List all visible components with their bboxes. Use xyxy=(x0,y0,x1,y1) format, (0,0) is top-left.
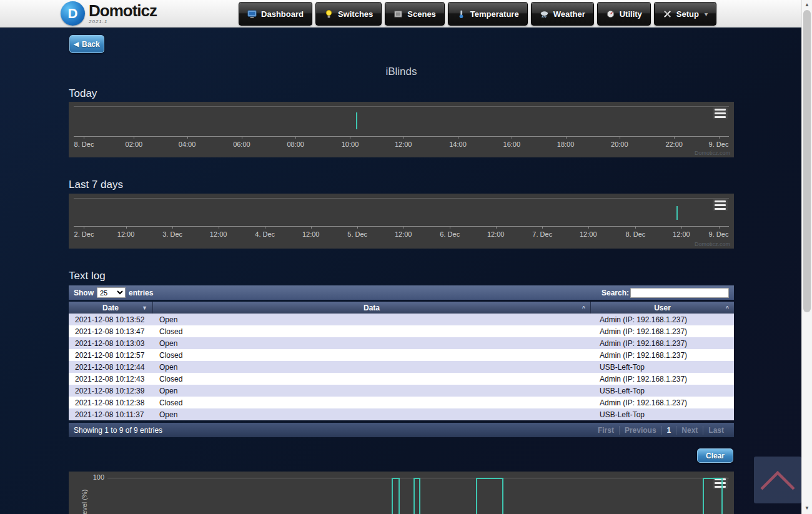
chart-watermark: Domoticz.com xyxy=(695,150,730,156)
x-tick-label: 22:00 xyxy=(665,141,683,148)
nav-label: Scenes xyxy=(407,9,436,19)
app-title: Domoticz xyxy=(89,1,157,20)
table-row[interactable]: 2021-12-08 10:12:39OpenUSB-Left-Top xyxy=(69,385,734,397)
user-cell: USB-Left-Top xyxy=(591,408,734,420)
table-row[interactable]: 2021-12-08 10:12:43ClosedAdmin (IP: 192.… xyxy=(69,373,734,385)
x-tick-mark xyxy=(719,136,720,139)
nav-temperature[interactable]: Temperature xyxy=(448,2,528,26)
table-row[interactable]: 2021-12-08 10:12:38ClosedAdmin (IP: 192.… xyxy=(69,397,734,408)
x-tick-label: 08:00 xyxy=(287,141,304,148)
chevron-up-icon xyxy=(754,457,801,503)
nav-scenes[interactable]: Scenes xyxy=(385,2,445,26)
pagination-last[interactable]: Last xyxy=(703,426,729,435)
column-header-data[interactable]: Data^ xyxy=(153,302,591,314)
user-cell: Admin (IP: 192.168.1.237) xyxy=(591,337,734,349)
x-tick-mark xyxy=(588,226,589,229)
x-tick-mark xyxy=(265,226,265,229)
x-tick-mark xyxy=(126,226,127,229)
app-logo[interactable]: D Domoticz 2021.1 xyxy=(61,1,157,26)
column-label: Date xyxy=(102,304,119,312)
scrollbar-thumb[interactable] xyxy=(803,10,811,312)
data-cell: Open xyxy=(153,361,591,373)
table-row[interactable]: 2021-12-08 10:13:52OpenAdmin (IP: 192.16… xyxy=(69,314,734,325)
chart-menu-icon[interactable] xyxy=(713,107,728,119)
page-title: iBlinds xyxy=(69,66,734,78)
pagination-next[interactable]: Next xyxy=(676,426,703,435)
pagination-1[interactable]: 1 xyxy=(661,426,676,435)
nav-switches[interactable]: Switches xyxy=(315,2,382,26)
column-header-date[interactable]: Date▼ xyxy=(69,302,153,314)
x-tick-mark xyxy=(350,136,350,139)
table-row[interactable]: 2021-12-08 10:12:57ClosedAdmin (IP: 192.… xyxy=(69,349,734,361)
pagination-previous[interactable]: Previous xyxy=(619,426,661,435)
x-tick-mark xyxy=(458,136,458,139)
x-tick-mark xyxy=(242,136,242,139)
page-size-select[interactable]: 25 xyxy=(97,287,126,298)
x-tick-label: 7. Dec xyxy=(532,230,552,238)
x-tick-mark xyxy=(674,136,675,139)
y-axis-title: level (%) xyxy=(81,490,88,514)
today-section-title: Today xyxy=(69,87,97,100)
x-tick-mark xyxy=(620,136,620,139)
column-header-user[interactable]: User^ xyxy=(591,302,734,314)
date-cell: 2021-12-08 10:12:57 xyxy=(69,349,153,361)
textlog-footer: Showing 1 to 9 of 9 entries FirstPreviou… xyxy=(69,423,734,437)
nav-weather[interactable]: Weather xyxy=(531,2,594,26)
x-tick-label: 12:00 xyxy=(395,141,412,148)
x-tick-mark xyxy=(84,226,84,229)
weather-icon xyxy=(540,9,549,19)
table-row[interactable]: 2021-12-08 10:12:44OpenUSB-Left-Top xyxy=(69,361,734,373)
chart-gridline xyxy=(74,106,729,107)
nav-dashboard[interactable]: Dashboard xyxy=(239,2,312,26)
chart-gridline xyxy=(74,198,729,199)
x-tick-label: 9. Dec xyxy=(709,230,729,238)
column-label: Data xyxy=(364,304,380,312)
search-label: Search: xyxy=(602,289,629,297)
thermometer-icon xyxy=(457,9,466,19)
x-tick-label: 18:00 xyxy=(557,141,575,148)
wrench-icon xyxy=(663,9,672,19)
x-tick-mark xyxy=(134,136,134,139)
date-cell: 2021-12-08 10:13:03 xyxy=(69,337,153,349)
user-cell: Admin (IP: 192.168.1.237) xyxy=(591,314,734,325)
user-cell: Admin (IP: 192.168.1.237) xyxy=(591,325,734,337)
vertical-scrollbar[interactable]: ▲ ▼ xyxy=(801,0,812,514)
scroll-to-top-button[interactable] xyxy=(754,457,801,503)
user-cell: Admin (IP: 192.168.1.237) xyxy=(591,373,734,385)
clear-button[interactable]: Clear xyxy=(697,448,733,463)
x-tick-label: 12:00 xyxy=(210,230,227,238)
series-pulse xyxy=(476,478,504,514)
table-row[interactable]: 2021-12-08 10:13:47ClosedAdmin (IP: 192.… xyxy=(69,325,734,337)
user-cell: Admin (IP: 192.168.1.237) xyxy=(591,397,734,408)
x-tick-label: 5. Dec xyxy=(347,230,367,238)
series-spike xyxy=(676,206,678,220)
x-tick-mark xyxy=(404,136,404,139)
scroll-up-icon[interactable]: ▲ xyxy=(802,2,812,7)
chart-menu-icon[interactable] xyxy=(713,199,728,211)
x-tick-mark xyxy=(496,226,497,229)
nav-utility[interactable]: Utility xyxy=(597,2,651,26)
pagination-first[interactable]: First xyxy=(593,426,619,435)
scroll-down-icon[interactable]: ▼ xyxy=(802,505,812,511)
nav-setup[interactable]: Setup▾ xyxy=(654,2,716,26)
date-cell: 2021-12-08 10:13:47 xyxy=(69,325,153,337)
x-tick-label: 02:00 xyxy=(126,141,143,148)
series-pulse xyxy=(392,478,400,514)
search-input[interactable] xyxy=(630,288,729,298)
level-chart: 100 level (%) xyxy=(69,472,734,514)
sort-asc-icon: ^ xyxy=(582,305,585,311)
table-row[interactable]: 2021-12-08 10:11:37OpenUSB-Left-Top xyxy=(69,408,734,420)
x-tick-label: 8. Dec xyxy=(625,230,645,238)
back-button[interactable]: ◀ Back xyxy=(69,35,104,53)
last7days-chart: Domoticz.com 2. Dec12:003. Dec12:004. De… xyxy=(69,194,734,249)
x-tick-mark xyxy=(311,226,312,229)
table-row[interactable]: 2021-12-08 10:13:03OpenAdmin (IP: 192.16… xyxy=(69,337,734,349)
x-axis-line xyxy=(74,136,729,137)
x-tick-label: 4. Dec xyxy=(255,230,275,238)
x-tick-mark xyxy=(172,226,173,229)
x-tick-mark xyxy=(404,226,404,229)
app-header: D Domoticz 2021.1 DashboardSwitchesScene… xyxy=(0,0,801,28)
x-tick-label: 12:00 xyxy=(580,230,597,238)
series-spike xyxy=(356,112,357,129)
data-cell: Open xyxy=(153,385,591,397)
